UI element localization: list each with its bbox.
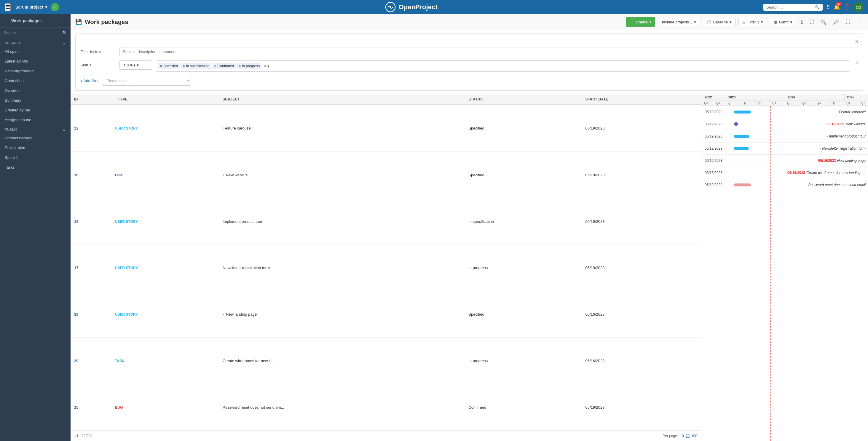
tag-remove-icon[interactable]: × <box>183 64 185 68</box>
work-package-subject: Newsletter registration form <box>223 265 270 270</box>
gantt-row-label: Create wireframes for new landing page <box>806 171 866 175</box>
col-label-id: ID <box>74 97 78 101</box>
gantt-icon: ▦ <box>774 20 777 24</box>
sidebar-back-label: Work packages <box>11 19 41 23</box>
info-button[interactable]: ℹ <box>799 18 805 26</box>
gantt-row: 06/16/2023 06/16/2023 New landing page <box>702 155 868 167</box>
gantt-q3-2022: Q3 <box>702 100 714 105</box>
work-package-id-link[interactable]: 17 <box>74 265 78 270</box>
status-row-remove-button[interactable]: × <box>856 60 858 65</box>
tag-remove-icon[interactable]: × <box>239 64 241 68</box>
grid-icon: ⠿ <box>826 4 830 10</box>
filter-status-tags[interactable]: × Specified × In specification × Confirm… <box>156 60 850 72</box>
col-header-start-date[interactable]: START DATE ↑ <box>582 94 702 105</box>
add-filter-button[interactable]: + Add filter: <box>80 78 100 83</box>
gantt-start-date: 06/16/2023 <box>705 159 728 163</box>
work-package-start-date: 05/19/2023 <box>585 219 604 224</box>
grid-menu-button[interactable]: ⠿ <box>826 4 830 10</box>
sidebar-search-input[interactable] <box>4 31 60 35</box>
expand-chevron[interactable]: ▾ <box>223 313 224 316</box>
sidebar-item-summary[interactable]: Summary <box>0 95 70 105</box>
sidebar-section-header-default[interactable]: DEFAULT ▲ <box>0 38 70 46</box>
gantt-start-date: 06/16/2023 <box>705 171 728 175</box>
col-header-status[interactable]: STATUS <box>465 94 582 105</box>
per-page-20-link[interactable]: 20 <box>686 434 689 438</box>
sidebar-item-all-open[interactable]: All open <box>0 46 70 56</box>
main-layout: ← Work packages 🔍 DEFAULT ▲ All open Lat… <box>0 14 868 441</box>
sidebar-item-assigned-to-me[interactable]: Assigned to me <box>0 115 70 125</box>
cell-subject: ▾ New landing page <box>219 291 465 338</box>
expand-chevron[interactable]: ▾ <box>223 174 224 177</box>
filter-status-operator[interactable]: is (OR) ▾ <box>120 60 152 70</box>
sidebar-item-project-plan[interactable]: Project plan <box>0 143 70 153</box>
work-package-id-link[interactable]: 19 <box>74 312 78 317</box>
col-label-status: STATUS <box>468 97 483 101</box>
close-filter-button[interactable]: × <box>855 38 858 45</box>
create-button[interactable]: ＋ Create ▾ <box>626 17 655 27</box>
include-projects-button[interactable]: Include projects 1 ▾ <box>658 18 700 26</box>
table-row: 19 USER STORY ▾ New landing page Specifi… <box>70 291 702 338</box>
sidebar-item-product-backlog[interactable]: Product backlog <box>0 133 70 143</box>
sidebar-search[interactable]: 🔍 <box>0 28 70 38</box>
col-header-id[interactable]: ID <box>70 94 112 105</box>
baseline-button[interactable]: 🕐 Baseline ▾ <box>703 18 736 26</box>
notifications-button[interactable]: 🔔 42 <box>834 4 840 10</box>
sidebar-item-gantt-chart[interactable]: Gantt chart <box>0 76 70 86</box>
fullscreen-button[interactable]: ⛶ <box>844 18 852 26</box>
more-options-icon: ⋮ <box>857 19 862 25</box>
sidebar-item-sprint-1[interactable]: Sprint 1 <box>0 153 70 162</box>
sidebar-item-recently-created[interactable]: Recently created <box>0 66 70 76</box>
clear-tags-button[interactable]: × <box>264 64 266 68</box>
filter-text-label: Filter by text <box>80 47 116 54</box>
hamburger-menu-button[interactable]: ☰ <box>5 3 11 11</box>
sidebar-item-overdue[interactable]: Overdue <box>0 86 70 95</box>
per-page-100-link[interactable]: 100 <box>691 434 697 438</box>
zoom-out-button[interactable]: 🔍 <box>819 18 828 26</box>
project-selector[interactable]: Scrum project ▾ <box>16 5 47 9</box>
help-button[interactable]: ❓ <box>844 4 850 10</box>
add-project-button[interactable]: + <box>51 3 59 11</box>
more-options-button[interactable]: ⋮ <box>855 18 863 26</box>
sidebar-section-header-public[interactable]: PUBLIC ▲ <box>0 125 70 133</box>
section-header-label: PUBLIC <box>5 128 18 131</box>
work-package-id-link[interactable]: 20 <box>74 358 78 363</box>
cell-start-date: 05/19/2023 <box>582 152 702 198</box>
gantt-row: 05/19/2023 - Feature carousel <box>702 106 868 118</box>
user-avatar[interactable]: CG <box>854 2 863 12</box>
sidebar-item-created-by-me[interactable]: Created by me <box>0 105 70 115</box>
work-package-type: TASK <box>115 359 125 363</box>
work-package-type: USER STORY <box>115 126 138 130</box>
work-package-id-link[interactable]: 15 <box>74 405 78 410</box>
tag-remove-icon[interactable]: × <box>214 64 216 68</box>
gantt-bar-area <box>731 146 816 151</box>
gantt-button[interactable]: ▦ Gantt ▾ <box>770 18 796 26</box>
cell-id: 16 <box>70 152 112 198</box>
col-header-type[interactable]: ↕ TYPE <box>112 94 219 105</box>
work-package-id-link[interactable]: 16 <box>74 173 78 177</box>
filter-text-input[interactable] <box>120 47 858 56</box>
gantt-bar-area <box>731 158 815 163</box>
baseline-arrow: ▾ <box>730 20 732 24</box>
global-search-input[interactable] <box>766 5 813 9</box>
tags-dropdown-arrow[interactable]: ▾ <box>268 64 270 68</box>
filter-button[interactable]: ⊟ Filter 1 ▾ <box>739 18 767 26</box>
status-tag-confirmed: × Confirmed <box>213 63 236 69</box>
per-page-10-link[interactable]: 10 <box>680 434 684 438</box>
col-header-subject[interactable]: SUBJECT <box>219 94 465 105</box>
sidebar-back-link[interactable]: ← Work packages <box>0 14 70 28</box>
zoom-in-button[interactable]: 🔎 <box>831 18 841 26</box>
status-tag-in-specification: × In specification <box>181 63 211 69</box>
work-package-id-link[interactable]: 22 <box>74 126 78 130</box>
work-package-subject: Feature carousel <box>223 126 252 130</box>
global-search[interactable]: 🔍 <box>763 4 823 11</box>
gantt-bar-blue <box>734 135 749 138</box>
add-filter-select[interactable]: Please select <box>102 76 191 86</box>
gantt-end-dash: - <box>820 147 821 151</box>
sidebar-item-latest-activity[interactable]: Latest activity <box>0 56 70 66</box>
fit-window-button[interactable]: ⛶ <box>808 18 816 26</box>
info-icon: ℹ <box>801 19 803 25</box>
gantt-bar-purple <box>734 122 739 127</box>
sidebar-item-tasks[interactable]: Tasks <box>0 162 70 172</box>
tag-remove-icon[interactable]: × <box>160 64 162 68</box>
work-package-id-link[interactable]: 18 <box>74 219 78 224</box>
